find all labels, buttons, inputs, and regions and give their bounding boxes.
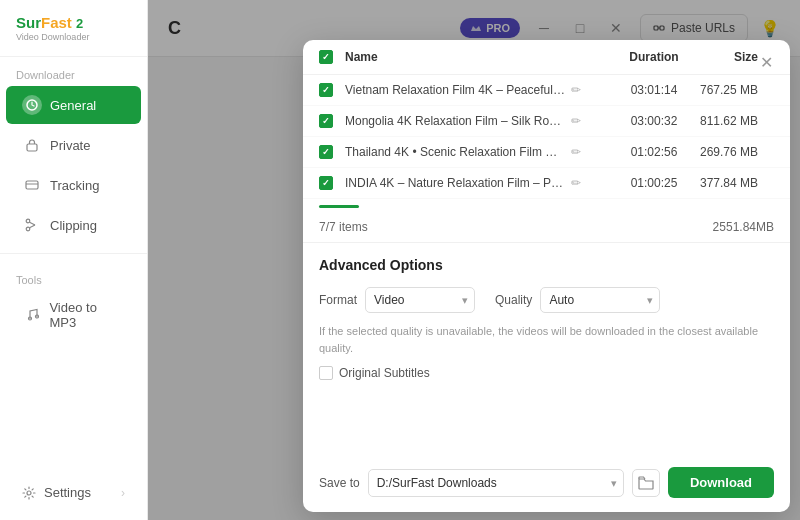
logo-area: SurFast 2 Video Downloader — [0, 0, 147, 57]
file-name-2: Mongolia 4K Relaxation Film – Silk Road … — [345, 114, 565, 128]
advanced-options-title: Advanced Options — [319, 257, 774, 273]
row-checkbox-3[interactable] — [319, 145, 333, 159]
file-size-1: 767.25 MB — [694, 83, 774, 97]
file-list-header: Name Duration Size — [303, 40, 790, 75]
svg-line-7 — [30, 225, 36, 228]
general-icon — [22, 95, 42, 115]
main-content: C PRO ─ □ ✕ Paste URLs 💡 ✕ — [148, 0, 800, 520]
save-path-wrapper: D:/SurFast Downloads — [368, 469, 624, 497]
settings-chevron-icon: › — [121, 486, 125, 500]
edit-icon-3[interactable]: ✏ — [571, 145, 581, 159]
row-checkbox-1[interactable] — [319, 83, 333, 97]
file-duration-3: 01:02:56 — [614, 145, 694, 159]
tracking-icon — [22, 175, 42, 195]
sidebar-item-clipping[interactable]: Clipping — [6, 206, 141, 244]
quality-select-wrapper: Auto — [540, 287, 660, 313]
edit-icon-4[interactable]: ✏ — [571, 176, 581, 190]
table-row: Mongolia 4K Relaxation Film – Silk Road … — [303, 106, 790, 137]
video-to-mp3-label: Video to MP3 — [49, 300, 125, 330]
sidebar-item-general[interactable]: General — [6, 86, 141, 124]
settings-label: Settings — [44, 485, 91, 500]
svg-line-6 — [30, 222, 36, 225]
header-checkbox — [319, 50, 345, 64]
dialog-close-button[interactable]: ✕ — [756, 52, 776, 72]
logo-title: SurFast 2 — [16, 14, 131, 31]
advanced-section: Advanced Options Format Video Quality Au… — [303, 243, 790, 457]
row-checkbox-4[interactable] — [319, 176, 333, 190]
header-name: Name — [345, 50, 614, 64]
format-select-wrapper: Video — [365, 287, 475, 313]
format-label: Format — [319, 293, 357, 307]
options-row: Format Video Quality Auto — [319, 287, 774, 313]
file-name-cell-2: Mongolia 4K Relaxation Film – Silk Road … — [345, 114, 614, 128]
table-row: Thailand 4K • Scenic Relaxation Film wit… — [303, 137, 790, 168]
file-duration-1: 03:01:14 — [614, 83, 694, 97]
summary-size: 2551.84MB — [713, 220, 774, 234]
quality-group: Quality Auto — [495, 287, 660, 313]
sidebar-divider — [0, 253, 147, 254]
file-name-1: Vietnam Relaxation Film 4K – Peaceful Re… — [345, 83, 565, 97]
file-name-cell-1: Vietnam Relaxation Film 4K – Peaceful Re… — [345, 83, 614, 97]
header-duration: Duration — [614, 50, 694, 64]
edit-icon-1[interactable]: ✏ — [571, 83, 581, 97]
svg-rect-2 — [26, 181, 38, 189]
file-size-2: 811.62 MB — [694, 114, 774, 128]
folder-icon — [638, 476, 654, 490]
sidebar-item-tracking[interactable]: Tracking — [6, 166, 141, 204]
quality-label: Quality — [495, 293, 532, 307]
edit-icon-2[interactable]: ✏ — [571, 114, 581, 128]
svg-point-5 — [26, 227, 30, 231]
sidebar-item-private[interactable]: Private — [6, 126, 141, 164]
loading-bar — [319, 205, 359, 208]
save-to-label: Save to — [319, 476, 360, 490]
sidebar-item-video-to-mp3[interactable]: Video to MP3 — [6, 291, 141, 339]
clipping-icon — [22, 215, 42, 235]
settings-left: Settings — [22, 485, 91, 500]
downloader-section-label: Downloader — [0, 57, 147, 85]
subtitle-row: Original Subtitles — [319, 366, 774, 380]
select-all-checkbox[interactable] — [319, 50, 333, 64]
file-name-cell-4: INDIA 4K – Nature Relaxation Film – Peac… — [345, 176, 614, 190]
summary-items: 7/7 items — [319, 220, 368, 234]
download-dialog: ✕ Name Duration Size Vietnam Relaxation … — [303, 40, 790, 512]
file-size-3: 269.76 MB — [694, 145, 774, 159]
subtitle-label: Original Subtitles — [339, 366, 430, 380]
row-checkbox-2[interactable] — [319, 114, 333, 128]
logo-subtitle: Video Downloader — [16, 32, 131, 42]
private-label: Private — [50, 138, 90, 153]
sidebar-bottom: Settings › — [0, 475, 147, 520]
general-label: General — [50, 98, 96, 113]
file-duration-4: 01:00:25 — [614, 176, 694, 190]
format-group: Format Video — [319, 287, 475, 313]
loading-row — [303, 199, 790, 212]
table-row: INDIA 4K – Nature Relaxation Film – Peac… — [303, 168, 790, 199]
save-row: Save to D:/SurFast Downloads Download — [303, 457, 790, 512]
settings-item[interactable]: Settings › — [6, 476, 141, 509]
private-icon — [22, 135, 42, 155]
download-button[interactable]: Download — [668, 467, 774, 498]
tools-section-label: Tools — [0, 262, 147, 290]
table-row: Vietnam Relaxation Film 4K – Peaceful Re… — [303, 75, 790, 106]
quality-info-text: If the selected quality is unavailable, … — [319, 323, 774, 356]
format-select[interactable]: Video — [365, 287, 475, 313]
clipping-label: Clipping — [50, 218, 97, 233]
file-list: Name Duration Size Vietnam Relaxation Fi… — [303, 40, 790, 243]
svg-point-4 — [26, 219, 30, 223]
quality-select[interactable]: Auto — [540, 287, 660, 313]
browse-folder-button[interactable] — [632, 469, 660, 497]
file-name-4: INDIA 4K – Nature Relaxation Film – Peac… — [345, 176, 565, 190]
save-path-select[interactable]: D:/SurFast Downloads — [368, 469, 624, 497]
sidebar: SurFast 2 Video Downloader Downloader Ge… — [0, 0, 148, 520]
svg-point-10 — [27, 491, 31, 495]
file-size-4: 377.84 MB — [694, 176, 774, 190]
music-icon — [22, 305, 41, 325]
tracking-label: Tracking — [50, 178, 99, 193]
file-name-3: Thailand 4K • Scenic Relaxation Film wit… — [345, 145, 565, 159]
settings-icon — [22, 486, 36, 500]
file-name-cell-3: Thailand 4K • Scenic Relaxation Film wit… — [345, 145, 614, 159]
summary-row: 7/7 items 2551.84MB — [303, 212, 790, 242]
file-duration-2: 03:00:32 — [614, 114, 694, 128]
subtitle-checkbox[interactable] — [319, 366, 333, 380]
svg-rect-1 — [27, 144, 37, 151]
